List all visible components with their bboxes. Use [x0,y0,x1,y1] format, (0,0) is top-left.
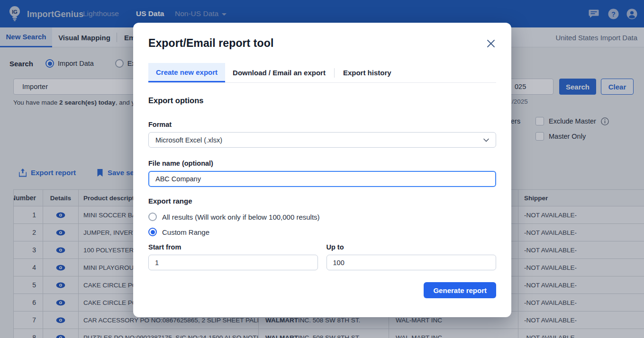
modal-tab-create-new-export[interactable]: Create new export [148,63,225,82]
modal-title: Export/Email report tool [148,37,273,50]
up-to-input[interactable] [327,255,497,270]
modal-tab-divider [334,68,335,78]
all-results-option[interactable]: All results (Will work only if below 100… [148,213,496,221]
close-icon[interactable] [487,39,495,50]
all-results-label: All results (Will work only if below 100… [162,213,320,221]
modal-tabs: Create new export Download / Email an ex… [148,63,496,83]
export-email-modal: Export/Email report tool Create new expo… [133,23,511,317]
filename-input[interactable] [148,171,496,187]
custom-range-label: Custom Range [162,228,209,236]
export-options-heading: Export options [148,96,496,105]
up-to-label: Up to [327,243,497,251]
chevron-down-icon [483,138,489,142]
generate-report-button[interactable]: Generate report [424,282,496,298]
export-range-label: Export range [148,197,496,205]
start-from-label: Start from [148,243,318,251]
format-label: Format [148,121,496,128]
filename-label: File name (optional) [148,160,496,167]
all-results-radio[interactable] [148,213,157,221]
custom-range-option[interactable]: Custom Range [148,228,496,236]
modal-tab-download-email[interactable]: Download / Email an export [225,63,333,82]
start-from-input[interactable] [148,255,318,270]
app-screen: IG ImportGenius Lighthouse US Data Non-U… [0,0,644,338]
modal-tab-export-history[interactable]: Export history [336,63,399,82]
custom-range-radio[interactable] [148,228,157,236]
format-select[interactable]: Microsoft Excel (.xlsx) [148,132,496,148]
